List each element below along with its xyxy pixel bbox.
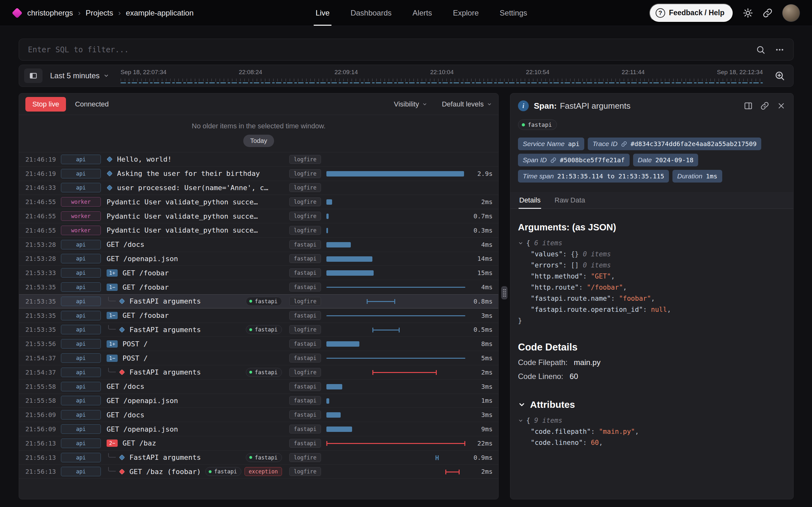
table-row[interactable]: 21:53:28apiGET /openapi.jsonfastapi14ms [19,252,498,266]
row-message: GET /docs [107,240,144,248]
scope-tag: fastapi [287,425,324,434]
user-avatar[interactable] [782,4,800,22]
table-row[interactable]: 21:56:09apiGET /docsfastapi3ms [19,408,498,422]
table-row[interactable]: 21:54:37api1−POST /fastapi5ms [19,351,498,365]
sidebar-toggle-icon[interactable] [24,68,43,83]
zoom-in-icon[interactable] [774,70,785,81]
table-row[interactable]: 21:46:55workerPydantic User validate_pyt… [19,209,498,223]
row-duration: 2ms [470,468,493,475]
row-timestamp: 21:46:55 [26,198,61,206]
nav-tab-explore[interactable]: Explore [452,0,480,26]
expand-badge[interactable]: 1− [107,312,118,319]
time-range-selector[interactable]: Last 5 minutes [50,71,109,80]
feedback-help-button[interactable]: Feedback / Help [649,3,733,22]
metadata-chip[interactable]: Trace ID#d834c3374dd6fa2e4aa82a55ab21750… [588,137,761,150]
sql-filter-input[interactable] [28,45,756,54]
tab-raw-data[interactable]: Raw Data [554,192,586,209]
nav-tab-live[interactable]: Live [314,0,331,26]
breadcrumb-item[interactable]: example-application [126,9,194,17]
attributes-section-header[interactable]: Attributes [518,399,786,410]
row-timestamp: 21:56:13 [26,468,61,475]
collapse-toggle-icon[interactable] [518,240,523,246]
json-token: , [651,293,655,304]
breadcrumb-item[interactable]: Projects [86,9,113,17]
table-row[interactable]: 21:53:35api1−GET /foobarfastapi3ms [19,308,498,323]
nav-tab-settings[interactable]: Settings [498,0,528,26]
json-token: "http.route" [531,282,579,293]
table-row[interactable]: 21:56:09apiGET /openapi.jsonfastapi9ms [19,422,498,436]
table-row[interactable]: 21:55:58apiGET /openapi.jsonfastapi1ms [19,394,498,408]
expand-badge[interactable]: 2− [107,440,118,447]
scope-tag-label: logfire [289,453,321,462]
expand-badge[interactable]: 1+ [107,269,118,277]
duration-bar [326,412,341,418]
scope-tag-label: logfire [289,212,321,221]
table-row[interactable]: 21:53:28apiGET /docsfastapi4ms [19,238,498,252]
table-row[interactable]: 21:46:55workerPydantic User validate_pyt… [19,223,498,238]
share-link-icon[interactable] [763,8,773,18]
panel-layout-icon[interactable] [744,101,753,110]
scope-tag: logfire [287,212,324,221]
scope-tag: logfire [287,368,324,377]
theme-toggle-icon[interactable] [743,8,753,18]
row-message-zone: GET /openapi.json [107,425,282,433]
table-row[interactable]: 21:53:33api1+GET /foobarfastapi15ms [19,266,498,280]
table-row[interactable]: 21:56:13apiFastAPI argumentsfastapilogfi… [19,451,498,465]
row-timestamp: 21:46:33 [26,184,61,191]
table-row[interactable]: 21:46:19apiHello, world!logfire [19,153,498,167]
table-row[interactable]: 21:54:37apiFastAPI argumentsfastapilogfi… [19,365,498,380]
row-message: GET /foobar [122,283,169,291]
nav-tab-alerts[interactable]: Alerts [411,0,433,26]
no-older-items-notice: No older items in the selected time wind… [19,115,498,153]
error-diamond-icon [119,370,125,375]
default-levels-dropdown[interactable]: Default levels [442,100,492,108]
table-row[interactable]: 21:46:55workerPydantic User validate_pyt… [19,195,498,209]
today-button[interactable]: Today [243,135,274,147]
row-message-zone: Hello, world! [107,155,282,163]
table-row[interactable]: 21:56:13api2−GET /bazfastapi22ms [19,436,498,451]
panel-resize-handle[interactable] [501,286,507,299]
metadata-chip[interactable]: Span ID#5008bce5f7fe21af [518,154,629,166]
tree-connector-icon [108,325,116,330]
table-row[interactable]: 21:55:58apiGET /docsfastapi3ms [19,380,498,394]
exception-tag: exception [245,467,282,476]
nav-tab-dashboards[interactable]: Dashboards [349,0,393,26]
scope-tag-label: fastapi [289,425,321,434]
table-row[interactable]: 21:46:33apiuser processed: User(name='An… [19,181,498,195]
timeline-tick-label: Sep 18, 22:07:34 [120,69,166,76]
expand-badge[interactable]: 1− [107,354,118,362]
attributes-json: { 9 items"code.filepath": "main.py","cod… [518,415,786,448]
timeline[interactable]: Sep 18, 22:07:3422:08:2422:09:1422:10:04… [120,68,763,83]
logfire-logo-icon[interactable] [12,8,22,18]
visibility-dropdown[interactable]: Visibility [394,100,427,108]
row-message-zone: 1−GET /foobar [107,312,282,320]
search-icon[interactable] [756,45,765,55]
close-icon[interactable] [777,101,786,110]
table-row[interactable]: 21:46:19apiAsking the user for their bir… [19,167,498,181]
table-row[interactable]: 21:53:56api1+POST /fastapi8ms [19,337,498,351]
collapse-toggle-icon[interactable] [518,418,523,424]
table-row[interactable]: 21:56:13apiGET /baz (foobar)fastapiexcep… [19,465,498,479]
code-detail-value: 60 [570,372,578,381]
row-inline-tags: fastapi [241,325,282,334]
table-row[interactable]: 21:53:35api1−GET /foobarfastapi4ms [19,280,498,294]
row-message-zone: Pydantic User validate_python succe… [107,198,282,206]
row-message: GET /foobar [122,269,169,277]
duration-bar [326,171,464,176]
breadcrumb-item[interactable]: christophergs [27,9,73,17]
json-token: : [579,282,587,293]
table-row[interactable]: 21:53:35apiFastAPI argumentsfastapilogfi… [19,323,498,337]
expand-badge[interactable]: 1− [107,284,118,291]
scope-tag: logfire [287,325,324,334]
copy-link-icon[interactable] [760,101,769,110]
table-row[interactable]: 21:53:35apiFastAPI argumentsfastapilogfi… [19,294,498,308]
tag-label: fastapi [255,326,277,333]
row-duration: 5ms [470,354,493,362]
service-tag: api [61,325,101,334]
stop-live-button[interactable]: Stop live [26,97,66,112]
more-options-icon[interactable] [775,45,784,55]
tab-details[interactable]: Details [519,192,541,209]
row-message: FastAPI arguments [130,368,201,376]
expand-badge[interactable]: 1+ [107,340,118,348]
json-token: 0 items [583,260,611,271]
